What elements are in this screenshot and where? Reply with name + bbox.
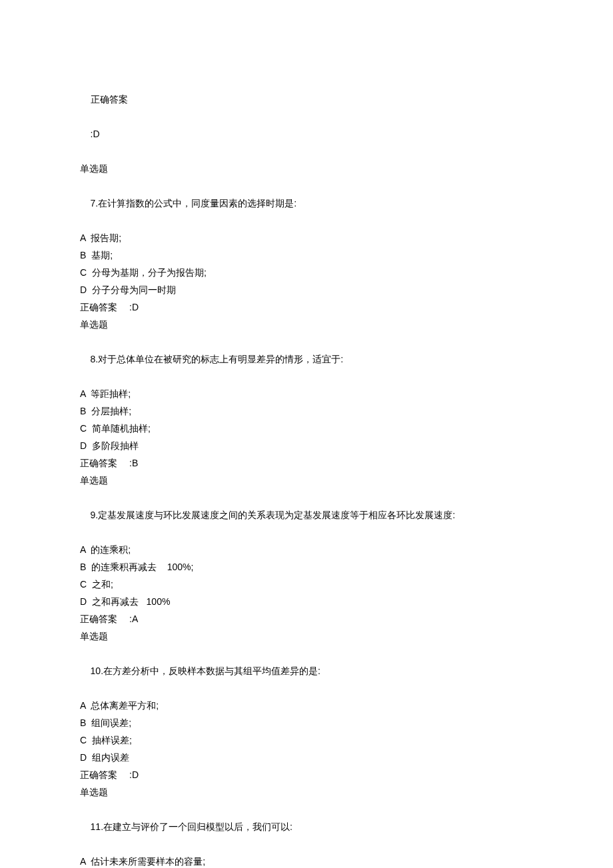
answer-label: 正确答案 [91,94,128,105]
answer-line: 正确答案:D [80,298,533,316]
answer-value: :D [129,769,139,780]
option-text: 组间误差; [91,717,131,728]
option-letter: C [80,735,87,745]
option-a: A 的连乘积; [80,541,533,558]
question-stem: 8.对于总体单位在被研究的标志上有明显差异的情形，适宜于: [80,333,533,385]
option-text: 组内误差 [92,752,129,763]
answer-label: 正确答案 [80,769,117,780]
question-text: 定基发展速度与环比发展速度之间的关系表现为定基发展速度等于相应各环比发展速度: [98,510,455,520]
answer-label: 正确答案 [80,614,117,624]
question-number: 10. [91,665,103,676]
option-text: 基期; [91,250,113,260]
option-a: A 估计未来所需要样本的容量; [80,853,533,868]
question-stem: 11.在建立与评价了一个回归模型以后，我们可以: [80,801,533,853]
option-b: B 组间误差; [80,714,533,731]
option-text: 之和再减去 100% [92,596,170,607]
option-b: B 分层抽样; [80,402,533,420]
option-letter: B [80,250,86,260]
option-text: 等距抽样; [91,388,131,399]
option-letter: D [80,284,87,295]
option-letter: B [80,406,86,416]
answer-value: :A [129,614,138,624]
option-text: 之和; [92,579,113,590]
answer-value: :D [129,302,139,312]
question-type: 单选题 [80,628,533,645]
option-c: C 分母为基期，分子为报告期; [80,264,533,281]
option-letter: A [80,388,86,399]
answer-line: 正确答案:A [80,610,533,628]
option-b: B 基期; [80,246,533,264]
option-text: 的连乘积再减去 100%; [91,562,193,572]
option-text: 分子分母为同一时期 [92,284,176,295]
option-text: 分母为基期，分子为报告期; [92,267,207,278]
question-number: 8. [91,354,99,364]
option-text: 多阶段抽样 [92,440,139,451]
option-text: 抽样误差; [92,735,132,745]
answer-line: 正确答案:B [80,454,533,472]
option-b: B 的连乘积再减去 100%; [80,558,533,576]
question-number: 9. [91,510,99,520]
option-d: D 组内误差 [80,749,533,766]
option-d: D 分子分母为同一时期 [80,281,533,298]
question-number: 11. [91,821,103,832]
question-stem: 10.在方差分析中，反映样本数据与其组平均值差异的是: [80,645,533,697]
question-text: 对于总体单位在被研究的标志上有明显差异的情形，适宜于: [98,354,343,364]
option-text: 分层抽样; [91,406,131,416]
option-d: D 之和再减去 100% [80,593,533,610]
question-text: 在建立与评价了一个回归模型以后，我们可以: [103,821,293,832]
option-c: C 简单随机抽样; [80,420,533,437]
option-a: A 总体离差平方和; [80,697,533,714]
option-letter: A [80,856,86,867]
option-text: 总体离差平方和; [91,700,159,711]
answer-value: :D [91,129,100,139]
option-text: 报告期; [91,232,121,243]
question-stem: 9.定基发展速度与环比发展速度之间的关系表现为定基发展速度等于相应各环比发展速度… [80,489,533,541]
question-text: 在计算指数的公式中，同度量因素的选择时期是: [98,198,297,209]
option-a: A 报告期; [80,229,533,246]
question-type: 单选题 [80,316,533,333]
answer-line: 正确答案:D [80,766,533,783]
option-letter: A [80,232,86,243]
option-letter: D [80,440,87,451]
option-letter: C [80,423,87,434]
option-letter: C [80,267,87,278]
option-letter: B [80,717,86,728]
option-letter: B [80,562,86,572]
answer-value: :B [129,458,138,468]
option-letter: A [80,700,86,711]
answer-label: 正确答案 [80,458,117,468]
option-a: A 等距抽样; [80,385,533,402]
question-number: 7. [91,198,99,209]
option-letter: C [80,579,87,590]
option-c: C 抽样误差; [80,731,533,749]
option-text: 的连乘积; [91,544,131,555]
question-type: 单选题 [80,472,533,489]
document-page: 正确答案 :D 单选题 7.在计算指数的公式中，同度量因素的选择时期是: A 报… [0,0,613,868]
option-text: 估计未来所需要样本的容量; [91,856,205,867]
answer-label: 正确答案 [80,302,117,312]
option-c: C 之和; [80,576,533,593]
question-type: 单选题 [80,160,533,177]
option-letter: D [80,596,87,607]
option-d: D 多阶段抽样 [80,437,533,454]
question-type: 单选题 [80,783,533,801]
option-letter: A [80,544,86,555]
question-text: 在方差分析中，反映样本数据与其组平均值差异的是: [103,665,320,676]
answer-line: 正确答案 :D [80,73,533,160]
question-stem: 7.在计算指数的公式中，同度量因素的选择时期是: [80,177,533,229]
option-text: 简单随机抽样; [92,423,151,434]
option-letter: D [80,752,87,763]
